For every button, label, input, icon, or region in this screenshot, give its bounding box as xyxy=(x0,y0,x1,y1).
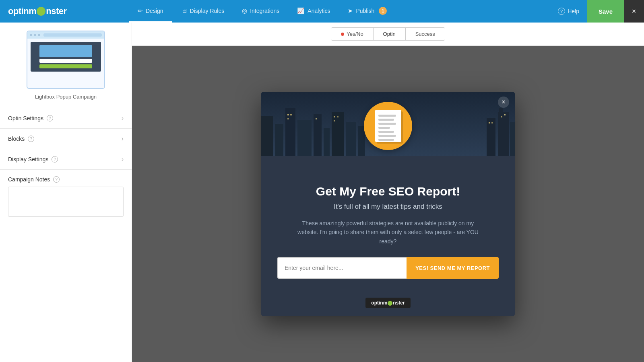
nav-right-actions: ? Help Save × xyxy=(550,0,644,23)
popup-header-image xyxy=(261,92,515,156)
svg-rect-25 xyxy=(504,114,506,115)
svg-rect-23 xyxy=(491,122,493,123)
tab-yes-no-label: Yes/No xyxy=(347,31,363,37)
tab-yes-no[interactable]: Yes/No xyxy=(331,28,373,40)
logo-monster-icon xyxy=(37,7,45,16)
close-button[interactable]: × xyxy=(624,0,644,23)
svg-rect-18 xyxy=(316,118,317,119)
tab-success[interactable]: Success xyxy=(406,28,445,40)
save-button[interactable]: Save xyxy=(587,0,624,23)
sidebar-item-blocks-left: Blocks ? xyxy=(8,136,34,142)
blocks-help-icon[interactable]: ? xyxy=(28,136,34,142)
doc-line-2 xyxy=(378,119,394,121)
popup-preview-thumb xyxy=(31,42,101,72)
document-icon xyxy=(375,110,401,142)
integrations-icon: ◎ xyxy=(242,7,247,14)
nav-tab-publish[interactable]: ➤ Publish 1 xyxy=(339,0,396,23)
browser-dot-1 xyxy=(30,34,32,36)
sidebar-item-display-settings-left: Display Settings ? xyxy=(8,156,58,162)
popup-email-input[interactable] xyxy=(277,257,407,279)
content-area: Yes/No Optin Success × xyxy=(132,23,644,362)
sidebar-item-optin-settings-left: Optin Settings ? xyxy=(8,115,53,121)
popup-modal: × xyxy=(261,92,515,316)
sidebar: Lightbox Popup Campaign Optin Settings ?… xyxy=(0,23,132,362)
nav-tab-integrations-label: Integrations xyxy=(250,8,279,14)
publish-icon: ➤ xyxy=(348,7,353,14)
help-label: Help xyxy=(568,8,579,14)
nav-tab-analytics-label: Analytics xyxy=(308,8,330,14)
top-navigation: optinmnster ✏ Design 🖥 Display Rules ◎ I… xyxy=(0,0,644,23)
monitor-icon: 🖥 xyxy=(181,7,187,14)
blocks-chevron: › xyxy=(122,135,124,142)
blocks-label: Blocks xyxy=(8,136,25,142)
nav-tab-display-rules[interactable]: 🖥 Display Rules xyxy=(172,0,233,23)
svg-rect-16 xyxy=(290,114,292,115)
sidebar-section-optin-settings: Optin Settings ? › xyxy=(0,108,132,129)
om-branding: optinmnster xyxy=(365,298,410,308)
nav-tab-display-rules-label: Display Rules xyxy=(190,8,225,14)
nav-tab-design-label: Design xyxy=(146,8,163,14)
sidebar-section-blocks: Blocks ? › xyxy=(0,129,132,149)
optin-settings-help-icon[interactable]: ? xyxy=(47,115,53,121)
display-settings-label: Display Settings xyxy=(8,156,48,162)
campaign-notes-section: Campaign Notes ? xyxy=(0,170,132,225)
popup-form: YES! SEND ME MY REPORT xyxy=(277,257,499,279)
pencil-icon: ✏ xyxy=(138,7,143,14)
svg-rect-19 xyxy=(334,116,335,117)
svg-rect-7 xyxy=(324,128,330,156)
popup-submit-button[interactable]: YES! SEND ME MY REPORT xyxy=(407,257,499,279)
sidebar-item-optin-settings[interactable]: Optin Settings ? › xyxy=(0,108,132,128)
svg-rect-22 xyxy=(489,122,490,123)
view-tabs-bar: Yes/No Optin Success xyxy=(132,23,644,46)
doc-lines xyxy=(375,110,401,146)
chart-icon: 📈 xyxy=(297,7,305,14)
svg-rect-12 xyxy=(498,112,509,156)
svg-rect-15 xyxy=(287,114,289,115)
doc-line-3 xyxy=(378,123,396,125)
nav-tab-design[interactable]: ✏ Design xyxy=(129,0,172,23)
popup-body: Get My Free SEO Report! It's full of all… xyxy=(261,156,515,293)
doc-line-7 xyxy=(378,139,394,141)
tab-success-label: Success xyxy=(415,31,435,37)
tab-optin-label: Optin xyxy=(383,31,396,37)
svg-rect-9 xyxy=(346,122,356,156)
svg-rect-24 xyxy=(501,116,502,117)
sidebar-item-blocks[interactable]: Blocks ? › xyxy=(0,129,132,149)
svg-rect-11 xyxy=(487,118,495,156)
popup-title: Get My Free SEO Report! xyxy=(277,184,499,199)
sidebar-section-display-settings: Display Settings ? › xyxy=(0,149,132,170)
campaign-notes-label: Campaign Notes xyxy=(8,176,50,183)
svg-rect-20 xyxy=(337,116,339,117)
popup-thumb-input xyxy=(39,59,92,63)
logo-area: optinmnster xyxy=(0,0,129,23)
help-button[interactable]: ? Help xyxy=(550,0,587,23)
popup-thumb-btn xyxy=(39,64,92,68)
nav-tabs: ✏ Design 🖥 Display Rules ◎ Integrations … xyxy=(129,0,396,23)
nav-tab-analytics[interactable]: 📈 Analytics xyxy=(288,0,339,23)
svg-rect-2 xyxy=(261,116,273,156)
campaign-notes-label-row: Campaign Notes ? xyxy=(8,176,124,183)
doc-line-1 xyxy=(378,115,396,117)
campaign-notes-textarea[interactable] xyxy=(8,187,124,217)
tab-optin[interactable]: Optin xyxy=(374,28,406,40)
main-layout: Lightbox Popup Campaign Optin Settings ?… xyxy=(0,23,644,362)
display-settings-help-icon[interactable]: ? xyxy=(52,156,58,162)
campaign-preview-browser xyxy=(27,31,105,89)
svg-rect-17 xyxy=(287,118,289,119)
om-monster-icon xyxy=(388,301,392,306)
nav-tab-integrations[interactable]: ◎ Integrations xyxy=(233,0,288,23)
sidebar-item-display-settings[interactable]: Display Settings ? › xyxy=(0,149,132,169)
display-settings-chevron: › xyxy=(122,156,124,163)
browser-content xyxy=(27,39,104,75)
popup-footer: optinmnster xyxy=(261,293,515,316)
brand-logo: optinmnster xyxy=(8,6,67,16)
browser-titlebar xyxy=(27,31,104,39)
preview-canvas: × xyxy=(132,46,644,362)
publish-badge: 1 xyxy=(379,7,387,15)
optin-settings-label: Optin Settings xyxy=(8,115,43,121)
doc-line-5 xyxy=(378,131,394,133)
campaign-notes-help-icon[interactable]: ? xyxy=(53,176,60,183)
popup-close-button[interactable]: × xyxy=(498,97,509,108)
svg-rect-8 xyxy=(332,112,344,156)
campaign-name: Lightbox Popup Campaign xyxy=(35,94,97,100)
